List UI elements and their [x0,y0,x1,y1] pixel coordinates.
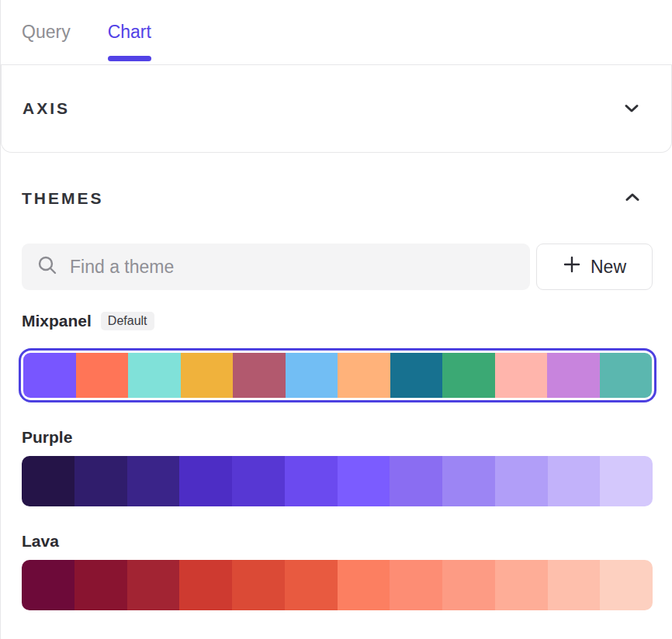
theme-swatches-mixpanel-selected[interactable] [19,348,656,402]
theme-name-row-mixpanel: Mixpanel Default [22,311,672,331]
color-swatch [390,560,442,610]
color-swatch [338,560,390,610]
tab-chart[interactable]: Chart [108,0,151,64]
color-swatch [495,456,548,506]
theme-list: Mixpanel Default Purple Lava Mist [1,311,672,639]
color-swatch [23,353,76,398]
color-swatch [127,560,180,610]
section-axis[interactable]: AXIS [1,65,672,153]
color-swatch [600,353,653,398]
theme-name-row-lava: Lava [22,531,672,551]
color-swatch [600,456,653,506]
color-swatch [179,560,232,610]
color-swatch [232,456,285,506]
tab-query[interactable]: Query [22,0,71,64]
color-swatch [179,456,232,506]
color-swatch [286,353,338,398]
new-theme-label: New [591,257,626,278]
color-swatch [442,353,495,398]
axis-section-label: AXIS [23,99,70,118]
themes-section-label: THEMES [22,189,104,208]
active-tab-underline [108,56,151,61]
axis-expand-button[interactable] [618,95,645,122]
theme-name: Lava [22,532,59,551]
color-swatch [181,353,234,398]
color-swatch [232,560,285,610]
theme-name-row-purple: Purple [22,427,672,447]
color-swatch [495,353,548,398]
plus-icon [563,255,581,278]
color-swatch [548,456,601,506]
color-swatch [74,560,127,610]
color-swatch [285,456,338,506]
theme-search-input[interactable] [70,257,530,278]
color-swatch [285,560,338,610]
color-swatch [390,456,442,506]
theme-name: Mixpanel [22,312,92,330]
color-swatch [22,456,74,506]
color-swatch [233,353,286,398]
theme-name: Purple [22,428,72,447]
color-swatch [548,560,601,610]
theme-swatch-bar [23,353,652,398]
color-swatch [76,353,129,398]
color-swatch [22,560,74,610]
color-swatch [442,456,495,506]
color-swatch [338,353,390,398]
theme-name: Mist [22,636,54,639]
color-swatch [128,353,181,398]
default-badge: Default [101,312,154,330]
theme-toolbar: New [22,244,653,290]
color-swatch [390,353,443,398]
tab-query-label: Query [22,22,71,43]
color-swatch [547,353,600,398]
color-swatch [442,560,495,610]
chart-settings-panel: Query Chart AXIS THEMES [0,0,672,639]
color-swatch [338,456,390,506]
themes-header[interactable]: THEMES [1,188,672,209]
section-themes: THEMES [1,153,672,639]
color-swatch [74,456,127,506]
theme-search-box[interactable] [22,244,530,290]
tab-chart-label: Chart [108,22,151,43]
theme-swatches-lava[interactable] [22,560,653,610]
tab-bar: Query Chart [1,0,672,65]
color-swatch [127,456,180,506]
chevron-down-icon [622,98,641,119]
new-theme-button[interactable]: New [536,244,653,290]
theme-name-row-mist: Mist [22,635,672,639]
themes-collapse-button[interactable] [619,185,646,212]
search-icon [36,254,58,279]
chevron-up-icon [623,188,642,209]
theme-swatches-purple[interactable] [22,456,653,506]
color-swatch [600,560,653,610]
color-swatch [495,560,548,610]
